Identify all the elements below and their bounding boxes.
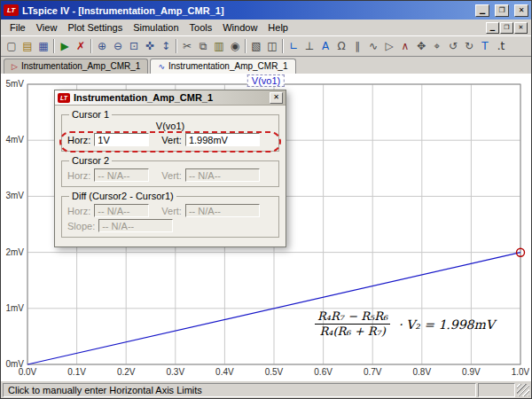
- diff-group: Diff (Cursor2 - Cursor1) Horz: -- N/A-- …: [61, 191, 279, 238]
- menu-item-window[interactable]: Window: [217, 21, 262, 34]
- pan-button[interactable]: ✜: [142, 38, 158, 54]
- x-tick-label: 0.3V: [167, 367, 185, 377]
- cursor-dialog-body: Cursor 1 V(vo1) Horz: 1V Vert: 1.998mV C…: [55, 106, 286, 246]
- waveform-pane[interactable]: 0.0V0.1V0.2V0.3V0.4V0.5V0.6V0.7V0.8V0.9V…: [1, 74, 531, 380]
- resize-grip[interactable]: [517, 384, 529, 396]
- x-tick-label: 0.4V: [215, 367, 234, 377]
- new-schematic-button[interactable]: ▢: [4, 38, 20, 54]
- undo-button[interactable]: ↺: [445, 38, 461, 54]
- menu-item-simulation[interactable]: Simulation: [128, 21, 184, 34]
- ground-button[interactable]: ⊥: [301, 38, 317, 54]
- autorange-y-button[interactable]: ↕: [158, 38, 174, 54]
- cut-button[interactable]: ✂: [179, 38, 195, 54]
- slope-label: Slope:: [67, 221, 95, 231]
- diff-horz-value: -- N/A--: [94, 204, 149, 217]
- run-button[interactable]: ▶: [57, 38, 73, 54]
- menu-item-help[interactable]: Help: [262, 21, 293, 34]
- cursor2-vert-value: -- N/A--: [185, 168, 260, 182]
- diff-row: Horz: -- N/A-- Vert: -- N/A--: [67, 204, 273, 217]
- menu-item-view[interactable]: View: [31, 21, 63, 34]
- trace-label[interactable]: V(vo1): [247, 74, 285, 87]
- x-tick-label: 0.6V: [314, 367, 332, 377]
- move-button[interactable]: ✥: [413, 38, 429, 54]
- mdi-close-button[interactable]: ✕: [514, 22, 528, 34]
- cursor2-group-label: Cursor 2: [69, 155, 112, 166]
- drag-button[interactable]: ⌖: [429, 38, 445, 54]
- x-tick-label: 0.8V: [413, 367, 432, 377]
- print-button[interactable]: ▧: [248, 38, 264, 54]
- cursor1-row: Horz: 1V Vert: 1.998mV: [67, 133, 273, 146]
- menu-item-tools[interactable]: Tools: [184, 21, 218, 34]
- slope-row: Slope: -- N/A--: [67, 219, 273, 232]
- tab-waveform[interactable]: ∿Instrumentation_Amp_CMR_1: [150, 59, 295, 74]
- x-tick-label: 0.5V: [265, 367, 284, 377]
- capacitor-button[interactable]: ∥: [349, 38, 365, 54]
- cursor1-horz-value[interactable]: 1V: [94, 133, 149, 146]
- redo-button[interactable]: ↻: [461, 38, 477, 54]
- status-text[interactable]: Click to manually enter Horizontal Axis …: [3, 383, 476, 397]
- menu-item-plot-settings[interactable]: Plot Settings: [62, 21, 128, 34]
- zoom-back-button[interactable]: ⊖: [110, 38, 126, 54]
- toolbar-separator: [90, 39, 92, 53]
- mdi-window-controls: ▁ ❐ ✕: [485, 22, 528, 34]
- component-button[interactable]: ∧: [397, 38, 413, 54]
- halt-button[interactable]: ✗: [73, 38, 89, 54]
- toolbar-separator: [176, 39, 177, 53]
- cursor-dialog-close-button[interactable]: ✕: [270, 92, 283, 104]
- find-button[interactable]: ◉: [227, 38, 243, 54]
- cursor-dialog-titlebar[interactable]: LT Instrumentation_Amp_CMR_1 ✕: [55, 90, 286, 106]
- print-preview-button[interactable]: ◫: [264, 38, 280, 54]
- waveform-icon: ∿: [158, 62, 165, 71]
- tab-schematic[interactable]: ▷Instrumentation_Amp_CMR_1: [4, 59, 148, 74]
- resistor-button[interactable]: Ω: [333, 38, 349, 54]
- formula-denominator: R₄(R₆ + R₇): [315, 324, 389, 339]
- net-label-button[interactable]: A: [317, 38, 333, 54]
- copy-button[interactable]: ⧉: [195, 38, 211, 54]
- lt-logo-icon: LT: [58, 93, 70, 103]
- menu-items: FileViewPlot SettingsSimulationToolsWind…: [4, 21, 293, 34]
- cursor1-horz-label: Horz:: [67, 135, 90, 145]
- formula-result: · V₂ = 1.998mV: [398, 317, 495, 332]
- y-tick-label: 5mV: [5, 79, 24, 89]
- wire-button[interactable]: ∟: [286, 38, 301, 54]
- zoom-full-button[interactable]: ⊡: [126, 38, 142, 54]
- cursor1-vert-value[interactable]: 1.998mV: [185, 133, 260, 146]
- y-tick-label: 1mV: [5, 303, 24, 313]
- schematic-icon: ▷: [12, 62, 18, 71]
- cursor2-horz-label: Horz:: [67, 170, 90, 181]
- paste-button[interactable]: ▥: [211, 38, 227, 54]
- close-button[interactable]: ✕: [514, 4, 528, 17]
- cursor2-vert-label: Vert:: [161, 170, 182, 181]
- toolbar-separator: [245, 39, 246, 53]
- x-tick-label: 0.1V: [67, 367, 86, 377]
- toolbar: ▢▤▦▶✗⊕⊖⊡✜↕✂⧉▥◉▧◫∟⊥AΩ∥∿▷∧✥⌖↺↻T.t: [1, 35, 531, 57]
- status-bar: Click to manually enter Horizontal Axis …: [1, 380, 531, 398]
- menu-item-file[interactable]: File: [4, 21, 31, 34]
- cursor-dialog[interactable]: LT Instrumentation_Amp_CMR_1 ✕ Cursor 1 …: [54, 90, 286, 247]
- mdi-restore-button[interactable]: ❐: [500, 22, 513, 34]
- cursor2-row: Horz: -- N/A-- Vert: -- N/A--: [67, 168, 273, 182]
- status-panel-right: [478, 383, 515, 397]
- cursor2-horz-value: -- N/A--: [94, 168, 149, 182]
- y-tick-label: 3mV: [5, 191, 24, 200]
- diff-vert-value: -- N/A--: [185, 204, 260, 217]
- cursor-dialog-title: Instrumentation_Amp_CMR_1: [74, 92, 266, 103]
- y-tick-label: 0mV: [5, 359, 24, 369]
- save-button[interactable]: ▦: [35, 38, 51, 54]
- zoom-area-button[interactable]: ⊕: [94, 38, 110, 54]
- toolbar-separator: [282, 39, 284, 53]
- slope-value: -- N/A--: [98, 219, 173, 232]
- x-tick-label: 1.0V: [512, 367, 529, 377]
- spice-directive-button[interactable]: .t: [493, 38, 509, 54]
- title-bar[interactable]: LT LTspice IV - [Instrumentation_Amp_CMR…: [1, 1, 531, 20]
- open-button[interactable]: ▤: [20, 38, 35, 54]
- y-tick-label: 2mV: [5, 247, 24, 257]
- inductor-button[interactable]: ∿: [365, 38, 381, 54]
- y-tick-label: 4mV: [5, 135, 24, 145]
- text-button[interactable]: T: [477, 38, 493, 54]
- minimize-button[interactable]: ▁: [475, 4, 489, 17]
- mdi-minimize-button[interactable]: ▁: [486, 22, 499, 34]
- formula-fraction: R₄R₇ − R₅R₆ R₄(R₆ + R₇): [313, 309, 392, 340]
- diode-button[interactable]: ▷: [381, 38, 397, 54]
- restore-button[interactable]: ❐: [495, 4, 509, 17]
